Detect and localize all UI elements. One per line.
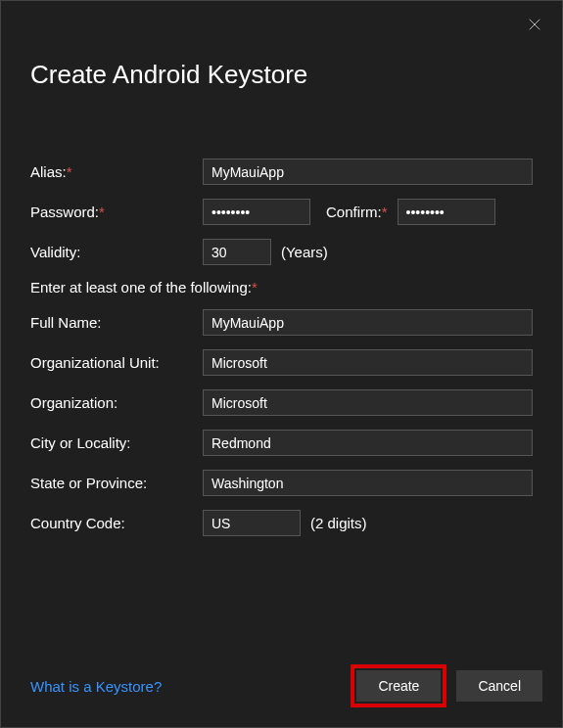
orgunit-row: Organizational Unit: xyxy=(30,349,533,376)
password-input[interactable] xyxy=(203,199,310,225)
alias-label: Alias:* xyxy=(30,163,203,180)
dialog-footer: What is a Keystore? Create Cancel xyxy=(30,664,542,707)
cancel-button[interactable]: Cancel xyxy=(456,670,542,702)
city-input[interactable] xyxy=(203,430,533,456)
orgunit-label: Organizational Unit: xyxy=(30,354,203,371)
close-icon xyxy=(528,18,541,31)
org-row: Organization: xyxy=(30,389,533,416)
country-unit: (2 digits) xyxy=(310,515,367,531)
confirm-input[interactable] xyxy=(398,199,495,225)
alias-row: Alias:* xyxy=(30,159,533,185)
validity-row: Validity: (Years) xyxy=(30,239,533,265)
validity-input[interactable] xyxy=(203,239,271,265)
state-row: State or Province: xyxy=(30,470,533,496)
button-group: Create Cancel xyxy=(351,664,542,707)
org-label: Organization: xyxy=(30,394,203,411)
state-label: State or Province: xyxy=(30,475,203,491)
fullname-label: Full Name: xyxy=(30,314,203,331)
close-button[interactable] xyxy=(523,13,546,36)
create-keystore-dialog: Create Android Keystore Alias:* Password… xyxy=(0,0,563,728)
password-row: Password:* Confirm:* xyxy=(30,199,533,225)
alias-input[interactable] xyxy=(203,159,533,185)
section-label: Enter at least one of the following:* xyxy=(30,279,533,296)
city-label: City or Locality: xyxy=(30,434,203,451)
validity-unit: (Years) xyxy=(281,244,328,260)
dialog-title: Create Android Keystore xyxy=(30,60,533,90)
fullname-input[interactable] xyxy=(203,309,533,336)
orgunit-input[interactable] xyxy=(203,349,533,376)
country-input[interactable] xyxy=(203,510,301,536)
keystore-help-link[interactable]: What is a Keystore? xyxy=(30,678,162,695)
country-row: Country Code: (2 digits) xyxy=(30,510,533,536)
org-input[interactable] xyxy=(203,389,533,416)
fullname-row: Full Name: xyxy=(30,309,533,336)
create-button-highlight: Create xyxy=(351,664,446,707)
state-input[interactable] xyxy=(203,470,533,496)
city-row: City or Locality: xyxy=(30,430,533,456)
country-label: Country Code: xyxy=(30,515,203,531)
password-label: Password:* xyxy=(30,204,203,220)
confirm-label: Confirm:* xyxy=(326,204,388,220)
create-button[interactable]: Create xyxy=(356,670,441,702)
validity-label: Validity: xyxy=(30,244,203,260)
